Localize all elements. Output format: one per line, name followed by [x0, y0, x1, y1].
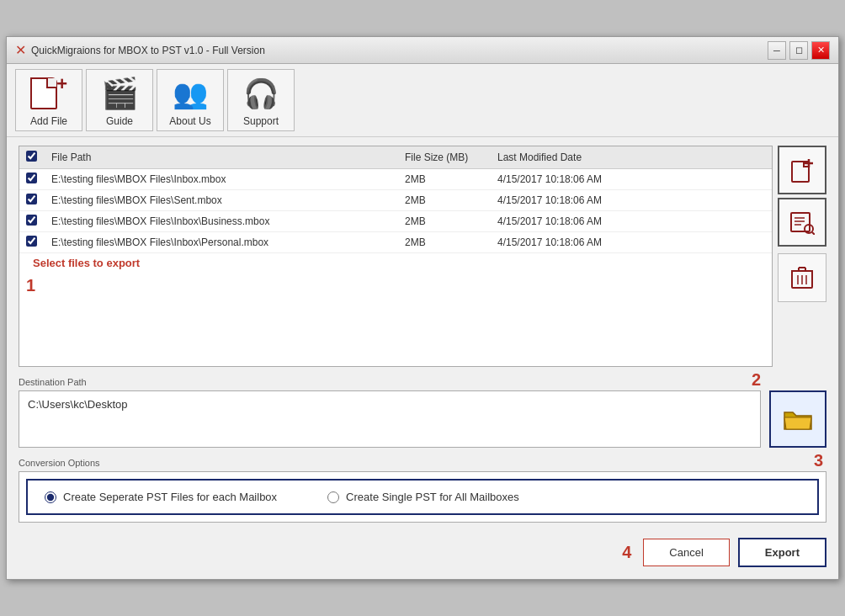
svg-rect-0	[792, 162, 809, 182]
table-row: E:\testing files\MBOX Files\Inbox.mbox 2…	[19, 169, 772, 190]
browse-button[interactable]	[769, 390, 826, 448]
row-date: 4/15/2017 10:18:06 AM	[491, 232, 772, 253]
minimize-button[interactable]: ─	[768, 41, 786, 60]
add-file-label: Add File	[30, 115, 67, 127]
row-checkbox[interactable]	[26, 194, 37, 204]
step4-number: 4	[622, 543, 631, 562]
row-path: E:\testing files\MBOX Files\Inbox\Busine…	[45, 211, 398, 232]
col-size-header: File Size (MB)	[398, 146, 491, 169]
row-date: 4/15/2017 10:18:06 AM	[491, 190, 772, 211]
support-label: Support	[243, 115, 279, 127]
export-button[interactable]: Export	[738, 538, 826, 567]
about-us-label: About Us	[169, 115, 210, 127]
file-table: File Path File Size (MB) Last Modified D…	[19, 146, 772, 253]
table-row: E:\testing files\MBOX Files\Sent.mbox 2M…	[19, 190, 772, 211]
option1-label[interactable]: Create Seperate PST Files for each Mailb…	[45, 491, 277, 503]
row-checkbox[interactable]	[26, 173, 37, 183]
guide-icon: 🎬	[101, 76, 139, 111]
row-checkbox[interactable]	[26, 215, 37, 226]
app-icon: ✕	[15, 42, 26, 58]
cancel-button[interactable]: Cancel	[643, 539, 729, 566]
table-row: E:\testing files\MBOX Files\Inbox\Person…	[19, 232, 772, 253]
select-all-checkbox[interactable]	[26, 151, 37, 162]
row-path: E:\testing files\MBOX Files\Sent.mbox	[45, 190, 398, 211]
browse-folder-icon	[783, 406, 813, 433]
option2-radio[interactable]	[327, 491, 339, 503]
table-row: E:\testing files\MBOX Files\Inbox\Busine…	[19, 211, 772, 232]
row-path: E:\testing files\MBOX Files\Inbox\Person…	[45, 232, 398, 253]
select-hint: Select files to export	[26, 253, 146, 273]
add-file-action-button[interactable]	[778, 146, 826, 194]
row-size: 2MB	[398, 190, 491, 211]
col-date-header: Last Modified Date	[491, 146, 772, 169]
destination-path-input[interactable]	[28, 398, 752, 411]
guide-label: Guide	[106, 115, 133, 127]
delete-action-button[interactable]	[778, 253, 826, 302]
row-path: E:\testing files\MBOX Files\Inbox.mbox	[45, 169, 398, 190]
svg-line-8	[812, 232, 815, 235]
row-size: 2MB	[398, 211, 491, 232]
title-bar: ✕ QuickMigraions for MBOX to PST v1.0 - …	[7, 37, 838, 64]
toolbar: + Add File 🎬 Guide 👥 About Us 🎧 Support	[7, 64, 838, 137]
about-us-icon: 👥	[173, 77, 208, 110]
window-title: QuickMigraions for MBOX to PST v1.0 - Fu…	[31, 45, 265, 56]
step3-number: 3	[814, 451, 823, 470]
delete-action-icon	[791, 266, 813, 289]
row-date: 4/15/2017 10:18:06 AM	[491, 169, 772, 190]
support-button[interactable]: 🎧 Support	[227, 69, 295, 131]
close-button[interactable]: ✕	[811, 41, 830, 60]
row-size: 2MB	[398, 169, 491, 190]
col-checkbox	[19, 146, 45, 169]
option2-label[interactable]: Create Single PST for All Mailboxes	[327, 491, 519, 503]
about-us-button[interactable]: 👥 About Us	[157, 69, 224, 131]
destination-label: Destination Path	[19, 377, 826, 387]
bottom-row: 4 Cancel Export	[19, 534, 826, 571]
option1-radio[interactable]	[45, 491, 56, 503]
add-file-action-icon	[789, 157, 815, 183]
svg-rect-3	[791, 213, 810, 231]
step1-number: 1	[19, 273, 772, 299]
preview-action-icon	[789, 210, 815, 235]
conversion-label: Conversion Options	[19, 458, 826, 468]
row-date: 4/15/2017 10:18:06 AM	[491, 211, 772, 232]
col-path-header: File Path	[45, 146, 398, 169]
row-checkbox[interactable]	[26, 236, 37, 247]
window-controls: ─ ◻ ✕	[768, 41, 830, 60]
guide-button[interactable]: 🎬 Guide	[86, 69, 153, 131]
support-icon: 🎧	[243, 77, 279, 110]
row-size: 2MB	[398, 232, 491, 253]
add-file-button[interactable]: + Add File	[15, 69, 82, 131]
step2-number: 2	[752, 370, 761, 390]
restore-button[interactable]: ◻	[789, 41, 808, 60]
preview-action-button[interactable]	[778, 198, 826, 247]
add-file-icon: +	[30, 75, 67, 112]
